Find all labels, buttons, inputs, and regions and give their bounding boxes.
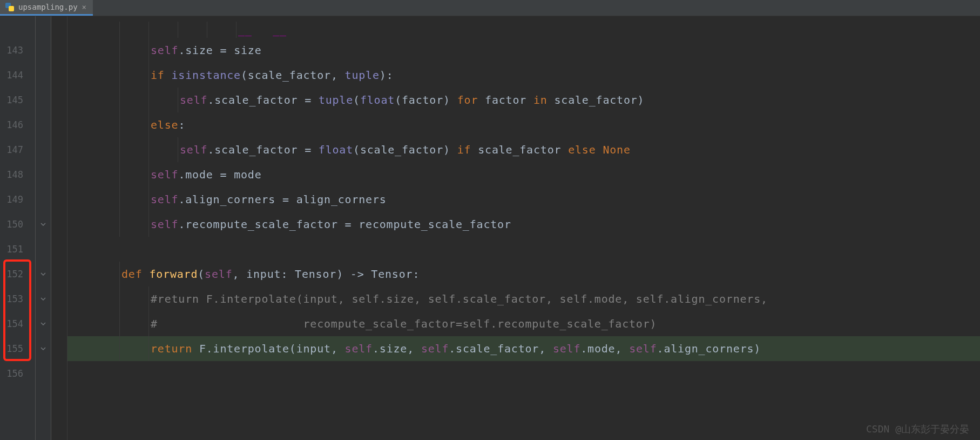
fold-toggle-icon[interactable]: [36, 212, 51, 237]
line-number[interactable]: 148: [0, 162, 35, 187]
line-number[interactable]: 156: [0, 361, 35, 386]
code-line[interactable]: return F.interpolate(input, self.size, s…: [67, 336, 980, 361]
editor: 1431441451461471481491501511521531541551…: [0, 16, 980, 440]
code-line[interactable]: self.align_corners = align_corners: [67, 187, 980, 212]
tab-upsampling[interactable]: upsampling.py ×: [0, 0, 93, 16]
line-number[interactable]: 144: [0, 63, 35, 88]
code-line[interactable]: if isinstance(scale_factor, tuple):: [67, 63, 980, 88]
line-number[interactable]: 146: [0, 112, 35, 137]
code-line[interactable]: #return F.interpolate(input, self.size, …: [67, 286, 980, 311]
code-area[interactable]: __ __self.size = sizeif isinstance(scale…: [67, 16, 980, 440]
code-line[interactable]: self.recompute_scale_factor = recompute_…: [67, 212, 980, 237]
fold-slot: [36, 112, 51, 137]
code-line[interactable]: [67, 237, 980, 262]
code-line[interactable]: self.scale_factor = tuple(float(factor) …: [67, 88, 980, 112]
fold-toggle-icon[interactable]: [36, 262, 51, 286]
code-line[interactable]: self.mode = mode: [67, 162, 980, 187]
python-file-icon: [5, 3, 14, 11]
line-number[interactable]: 147: [0, 137, 35, 162]
code-line[interactable]: else:: [67, 112, 980, 137]
line-number[interactable]: 154: [0, 311, 35, 336]
fold-slot: [36, 63, 51, 88]
line-number[interactable]: 152: [0, 262, 35, 286]
fold-toggle-icon[interactable]: [36, 336, 51, 361]
code-line[interactable]: __ __: [67, 22, 980, 38]
tab-bar: upsampling.py ×: [0, 0, 980, 16]
fold-slot: [36, 137, 51, 162]
line-number[interactable]: 143: [0, 38, 35, 63]
fold-gutter[interactable]: [35, 16, 51, 440]
line-number-gutter[interactable]: 1431441451461471481491501511521531541551…: [0, 16, 35, 440]
line-number[interactable]: 151: [0, 237, 35, 262]
line-number[interactable]: 155: [0, 336, 35, 361]
fold-toggle-icon[interactable]: [36, 311, 51, 336]
code-line[interactable]: # recompute_scale_factor=self.recompute_…: [67, 311, 980, 336]
fold-toggle-icon[interactable]: [36, 286, 51, 311]
fold-slot: [36, 88, 51, 112]
fold-slot: [36, 361, 51, 386]
line-number[interactable]: 149: [0, 187, 35, 212]
line-number[interactable]: 145: [0, 88, 35, 112]
code-line[interactable]: self.scale_factor = float(scale_factor) …: [67, 137, 980, 162]
code-line[interactable]: def forward(self, input: Tensor) -> Tens…: [67, 262, 980, 286]
close-icon[interactable]: ×: [82, 3, 86, 11]
line-number[interactable]: 153: [0, 286, 35, 311]
line-number[interactable]: 150: [0, 212, 35, 237]
fold-slot: [36, 237, 51, 262]
left-margin: [51, 16, 67, 440]
fold-slot: [36, 187, 51, 212]
fold-slot: [36, 38, 51, 63]
code-line[interactable]: [67, 361, 980, 386]
code-line[interactable]: self.size = size: [67, 38, 980, 63]
fold-slot: [36, 162, 51, 187]
tab-filename: upsampling.py: [18, 3, 78, 11]
